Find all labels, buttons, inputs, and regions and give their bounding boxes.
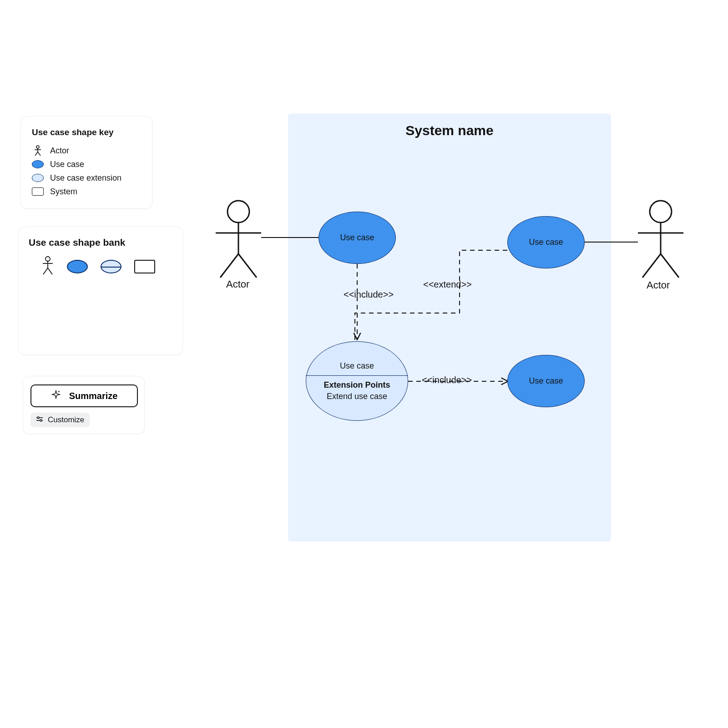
svg-line-19 [238, 254, 257, 278]
usecase-3-divider [306, 375, 408, 376]
extension-points-header: Extension Points [324, 380, 390, 390]
usecase-extension-node[interactable]: Use case Extension Points Extend use cas… [306, 341, 408, 421]
actor-right-label: Actor [647, 279, 670, 291]
usecase-node-1[interactable]: Use case [318, 212, 396, 264]
usecase-1-label: Use case [340, 233, 374, 243]
usecase-node-4[interactable]: Use case [507, 355, 585, 407]
label-include-1: <<include>> [344, 289, 394, 300]
actor-right[interactable] [638, 201, 683, 278]
actor-left-label: Actor [226, 278, 249, 290]
label-extend: <<extend>> [423, 279, 472, 290]
system-title[interactable]: System name [288, 123, 611, 138]
system-boundary[interactable] [288, 114, 611, 541]
extension-point-item: Extend use case [327, 392, 387, 401]
svg-line-23 [642, 254, 661, 278]
usecase-2-label: Use case [529, 238, 563, 247]
usecase-3-title: Use case [340, 361, 374, 371]
usecase-4-label: Use case [529, 376, 563, 386]
usecase-node-2[interactable]: Use case [507, 216, 585, 268]
svg-point-15 [228, 201, 249, 222]
label-include-2: <<include>> [422, 375, 472, 385]
svg-point-20 [650, 201, 672, 222]
svg-line-24 [661, 254, 679, 278]
svg-line-18 [220, 254, 238, 278]
actor-left[interactable] [216, 201, 261, 278]
